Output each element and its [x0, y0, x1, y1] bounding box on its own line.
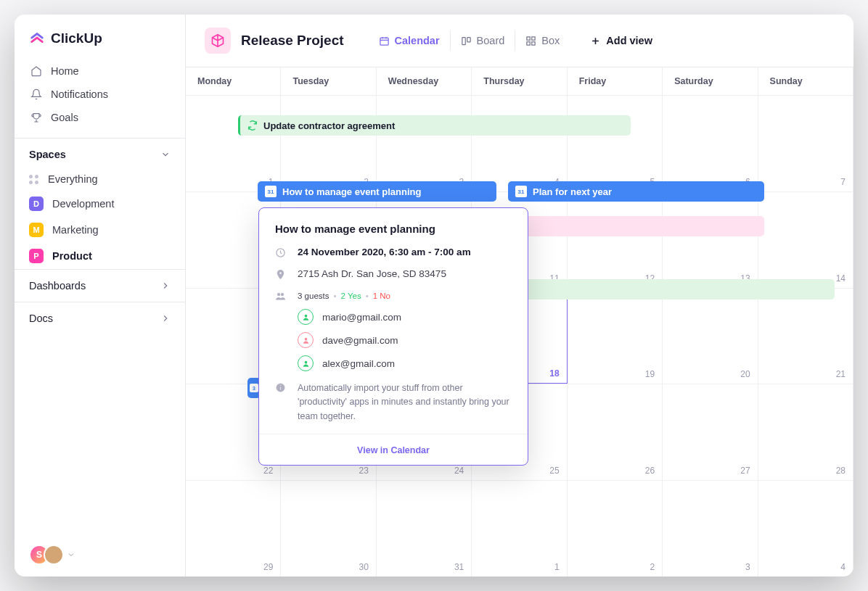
svg-rect-0 [380, 38, 388, 45]
sidebar-space-marketing[interactable]: M Marketing [15, 217, 185, 243]
sidebar-space-product[interactable]: P Product [15, 243, 185, 269]
event-planning[interactable]: 31 How to manage event planning [258, 181, 496, 202]
info-icon [275, 382, 286, 393]
event-pink[interactable] [508, 216, 764, 236]
calendar-cell[interactable]: 30 [281, 480, 376, 576]
svg-point-17 [304, 337, 307, 340]
calendar-cell[interactable]: 2 [281, 95, 376, 191]
project-icon[interactable] [205, 28, 231, 54]
day-header: Tuesday [281, 67, 376, 95]
brand-logo[interactable]: ClickUp [15, 15, 185, 57]
sidebar-space-development[interactable]: D Development [15, 191, 185, 217]
event-contractor[interactable]: Update contractor agreement [238, 115, 631, 136]
add-view-button[interactable]: Add view [580, 30, 663, 51]
calendar-cell[interactable]: 1 [472, 480, 567, 576]
main-content: Release Project Calendar Board Box Add v… [186, 15, 853, 576]
svg-rect-6 [527, 36, 530, 39]
google-calendar-icon: 31 [265, 186, 277, 197]
board-icon [461, 36, 472, 46]
popup-description: Automatically import your stuff from oth… [298, 381, 512, 423]
calendar-cell[interactable]: 1 [186, 95, 281, 191]
day-header: Saturday [663, 67, 758, 95]
svg-rect-8 [527, 41, 530, 44]
svg-point-16 [304, 314, 307, 317]
grid-icon [29, 175, 39, 184]
calendar-cell[interactable]: 3 [663, 480, 758, 576]
calendar-cell[interactable]: 5 [568, 95, 663, 191]
sidebar-dashboards[interactable]: Dashboards [15, 269, 185, 302]
calendar-cell[interactable]: 4 [472, 95, 567, 191]
view-in-calendar-link[interactable]: View in Calendar [357, 445, 430, 455]
view-tab-calendar[interactable]: Calendar [369, 30, 451, 51]
day-header: Monday [186, 67, 281, 95]
calendar-cell[interactable]: 13 [663, 191, 758, 288]
svg-point-21 [280, 385, 282, 387]
popup-title: How to manage event planning [275, 223, 512, 235]
nav-notifications[interactable]: Notifications [22, 83, 178, 106]
calendar-cell[interactable]: 12 [568, 191, 663, 288]
person-icon [298, 355, 314, 371]
guest-row: alex@gmail.com [298, 355, 512, 371]
user-avatars[interactable]: S [15, 533, 185, 576]
svg-point-13 [279, 272, 282, 274]
view-tabs: Calendar Board Box [369, 30, 570, 51]
guest-row: dave@gmail.com [298, 332, 512, 348]
chevron-down-icon [67, 550, 75, 559]
svg-point-14 [277, 293, 280, 296]
chevron-down-icon [160, 149, 171, 160]
svg-rect-7 [532, 36, 535, 39]
svg-rect-4 [462, 37, 464, 44]
calendar-header: Monday Tuesday Wednesday Thursday Friday… [186, 67, 853, 95]
spaces-header[interactable]: Spaces [15, 138, 185, 168]
nav-home[interactable]: Home [22, 59, 178, 83]
calendar-cell[interactable]: 7 [758, 95, 853, 191]
primary-nav: Home Notifications Goals [15, 57, 185, 132]
plus-icon [590, 36, 601, 46]
avatar [44, 545, 64, 565]
view-tab-box[interactable]: Box [515, 30, 570, 51]
popup-datetime: 24 November 2020, 6:30 am - 7:00 am [298, 247, 471, 258]
trophy-icon [30, 112, 42, 123]
location-icon [275, 269, 286, 280]
calendar-cell[interactable]: 6 [663, 95, 758, 191]
day-header: Sunday [758, 67, 853, 95]
event-popup: How to manage event planning 24 November… [258, 207, 528, 466]
project-title: Release Project [241, 33, 344, 49]
svg-rect-5 [467, 37, 470, 41]
clickup-logo-icon [29, 30, 45, 46]
refresh-icon [247, 120, 258, 131]
svg-point-18 [304, 360, 307, 363]
view-tab-board[interactable]: Board [451, 30, 516, 51]
calendar-cell[interactable]: 3 [377, 95, 472, 191]
event-next-year[interactable]: 31 Plan for next year [508, 181, 764, 202]
svg-point-15 [281, 293, 284, 296]
calendar-cell[interactable]: 4 [758, 480, 853, 576]
google-calendar-icon: 31 [515, 186, 527, 197]
home-icon [30, 65, 42, 77]
calendar-cell[interactable]: 20 [663, 288, 758, 384]
calendar-cell[interactable]: 29 [186, 480, 281, 576]
calendar-cell[interactable]: 14 [758, 191, 853, 288]
app-window: ClickUp Home Notifications Goals Spaces … [15, 15, 853, 576]
chevron-right-icon [160, 281, 171, 291]
space-badge: M [29, 223, 44, 237]
calendar-cell[interactable]: 26 [568, 384, 663, 480]
svg-rect-9 [532, 41, 535, 44]
calendar-cell[interactable]: 28 [758, 384, 853, 480]
calendar-cell[interactable]: 21 [758, 288, 853, 384]
cube-icon [210, 33, 225, 48]
sidebar-docs[interactable]: Docs [15, 302, 185, 334]
calendar-cell[interactable]: 31 [377, 480, 472, 576]
box-icon [525, 36, 536, 46]
calendar-cell[interactable]: 2 [568, 480, 663, 576]
guest-row: mario@gmail.com [298, 309, 512, 325]
event-green-bar[interactable] [508, 279, 835, 299]
sidebar: ClickUp Home Notifications Goals Spaces … [15, 15, 186, 576]
calendar-cell[interactable]: 27 [663, 384, 758, 480]
space-badge: P [29, 249, 44, 263]
day-header: Wednesday [377, 67, 472, 95]
nav-goals[interactable]: Goals [22, 106, 178, 129]
calendar-cell[interactable]: 19 [568, 288, 663, 384]
google-calendar-icon: 3 [250, 384, 258, 392]
sidebar-everything[interactable]: Everything [15, 168, 185, 191]
